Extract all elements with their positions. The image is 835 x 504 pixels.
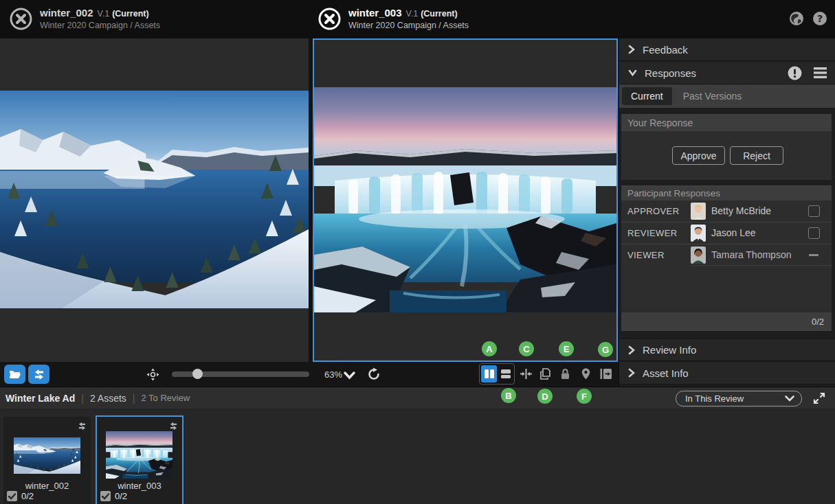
participant-responses-list: APPROVER Betty McBride REVIEWER Jason Le… bbox=[621, 201, 832, 312]
tab-current[interactable]: Current bbox=[622, 87, 672, 105]
participant-responses-header: Participant Responses bbox=[621, 185, 832, 201]
separator: | bbox=[133, 393, 135, 404]
asset-name: winter_003 bbox=[348, 7, 402, 19]
lock-icon[interactable] bbox=[559, 367, 572, 380]
response-progress: 0/2 bbox=[621, 312, 832, 331]
pin-location-icon[interactable] bbox=[579, 367, 592, 380]
filmstrip-header: Winter Lake Ad | 2 Assets | 2 To Review … bbox=[0, 387, 835, 409]
asset-header-left: winter_002V.1(Current) Winter 2020 Campa… bbox=[0, 0, 309, 38]
close-icon[interactable] bbox=[10, 8, 32, 30]
approve-button[interactable]: Approve bbox=[672, 146, 725, 165]
viewer-toolbar: 63% bbox=[0, 362, 619, 387]
participant-role: APPROVER bbox=[627, 206, 679, 216]
close-icon[interactable] bbox=[318, 8, 341, 30]
section-asset-info[interactable]: Asset Info bbox=[619, 362, 835, 385]
asset-version: V.1 bbox=[406, 9, 419, 19]
asset-image-winter-003[interactable] bbox=[314, 87, 616, 312]
viewer-pane-right-selected bbox=[313, 38, 618, 362]
open-folder-button[interactable] bbox=[4, 365, 25, 384]
filter-dropdown[interactable]: In This Review bbox=[676, 391, 802, 406]
checked-checkbox-icon[interactable] bbox=[7, 491, 17, 501]
participant-name: Betty McBride bbox=[711, 205, 771, 216]
globe-icon[interactable] bbox=[789, 11, 804, 26]
callout-badge-e: E bbox=[559, 341, 574, 356]
asset-breadcrumb: Winter 2020 Campaign / Assets bbox=[348, 21, 469, 30]
swap-icon bbox=[33, 369, 45, 380]
section-label: Asset Info bbox=[643, 367, 689, 379]
side-by-side-view-button[interactable] bbox=[481, 365, 497, 382]
asset-header-right: winter_003V.1(Current) Winter 2020 Campa… bbox=[309, 0, 618, 38]
help-icon[interactable]: ? bbox=[812, 11, 827, 26]
thumbnail-winter-002[interactable] bbox=[14, 437, 80, 474]
stacked-view-icon bbox=[500, 369, 511, 379]
section-label: Review Info bbox=[643, 344, 696, 356]
responses-tabs: Current Past Versions bbox=[619, 84, 835, 108]
thumbnail-winter-003[interactable] bbox=[106, 431, 172, 479]
callout-badge-c: C bbox=[519, 341, 534, 356]
section-responses[interactable]: Responses bbox=[619, 62, 835, 84]
copy-pages-icon[interactable] bbox=[539, 367, 552, 380]
participant-row: REVIEWER Jason Lee bbox=[621, 222, 832, 244]
asset-card-winter-002[interactable]: winter_002 0/2 bbox=[3, 417, 91, 504]
asset-name: winter_002 bbox=[40, 7, 93, 19]
zoom-slider[interactable] bbox=[172, 371, 309, 377]
detach-panel-icon[interactable] bbox=[599, 367, 612, 380]
section-label: Feedback bbox=[643, 44, 688, 56]
callout-badge-b: B bbox=[501, 388, 516, 403]
zoom-level-value: 63% bbox=[315, 369, 342, 380]
chevron-down-icon bbox=[785, 396, 794, 402]
asset-image-winter-002[interactable] bbox=[0, 91, 309, 308]
callout-badge-g: G bbox=[598, 342, 613, 357]
thumbnail-progress: 0/2 bbox=[115, 491, 127, 501]
viewer-pane-left bbox=[0, 38, 309, 362]
response-checkbox[interactable] bbox=[808, 227, 820, 239]
callout-badge-a: A bbox=[482, 341, 497, 356]
thumbnail-label: winter_002 bbox=[3, 481, 91, 491]
asset-card-winter-003-selected[interactable]: winter_003 0/2 bbox=[96, 415, 183, 504]
asset-current-flag: (Current) bbox=[421, 9, 457, 19]
tab-past-versions[interactable]: Past Versions bbox=[674, 87, 751, 105]
section-label: Responses bbox=[645, 67, 696, 79]
review-title: Winter Lake Ad bbox=[5, 393, 75, 404]
rotate-refresh-icon[interactable] bbox=[367, 367, 381, 381]
callout-badge-f: F bbox=[577, 389, 592, 404]
asset-title-block: winter_002V.1(Current) Winter 2020 Campa… bbox=[40, 7, 160, 30]
align-compare-icon[interactable] bbox=[520, 367, 533, 380]
participant-name: Jason Lee bbox=[711, 227, 756, 238]
swap-icon[interactable] bbox=[77, 421, 87, 430]
thumbnail-progress: 0/2 bbox=[21, 491, 34, 501]
row-divider bbox=[691, 265, 832, 266]
filter-dropdown-value: In This Review bbox=[685, 393, 785, 404]
asset-current-flag: (Current) bbox=[112, 9, 148, 19]
stacked-view-button[interactable] bbox=[498, 365, 513, 382]
callout-badge-d: D bbox=[537, 389, 553, 404]
participant-role: VIEWER bbox=[627, 250, 665, 260]
alert-icon[interactable] bbox=[788, 66, 802, 80]
zoom-presets-chevron-icon[interactable] bbox=[344, 370, 355, 378]
participant-name: Tamara Thompson bbox=[711, 249, 791, 260]
response-checkbox[interactable] bbox=[808, 205, 820, 217]
chevron-right-icon bbox=[628, 45, 635, 54]
checked-checkbox-icon[interactable] bbox=[100, 491, 111, 501]
section-review-info[interactable]: Review Info bbox=[619, 339, 835, 361]
right-sidebar: Feedback Responses Current Past Versions… bbox=[619, 38, 835, 387]
review-app-window: winter_002V.1(Current) Winter 2020 Campa… bbox=[0, 0, 835, 504]
avatar bbox=[691, 225, 706, 242]
section-feedback[interactable]: Feedback bbox=[619, 38, 835, 61]
side-by-side-icon bbox=[484, 369, 495, 379]
expand-icon[interactable] bbox=[813, 392, 825, 404]
to-review-count: 2 To Review bbox=[141, 393, 190, 403]
asset-count: 2 Assets bbox=[90, 393, 126, 404]
reject-button[interactable]: Reject bbox=[730, 146, 783, 165]
menu-icon[interactable] bbox=[814, 67, 827, 78]
center-image-icon[interactable] bbox=[146, 368, 159, 381]
avatar bbox=[691, 247, 706, 264]
swap-icon[interactable] bbox=[168, 421, 179, 430]
your-response-header: Your Response bbox=[621, 114, 832, 131]
participant-row: VIEWER Tamara Thompson bbox=[621, 244, 832, 266]
swap-versions-button[interactable] bbox=[28, 365, 49, 384]
zoom-slider-thumb[interactable] bbox=[192, 369, 203, 379]
participant-role: REVIEWER bbox=[627, 228, 678, 238]
folder-icon bbox=[9, 369, 21, 380]
your-response-body: Approve Reject bbox=[621, 131, 832, 180]
